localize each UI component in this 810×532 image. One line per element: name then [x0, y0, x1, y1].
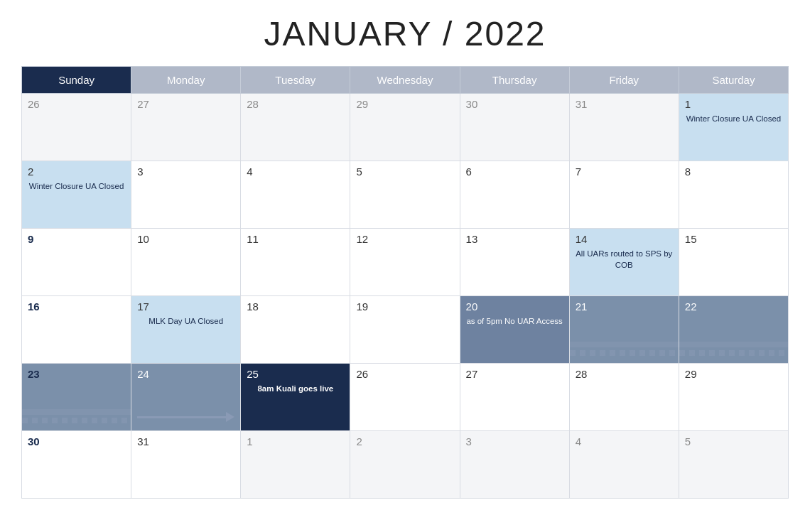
calendar-cell: 8 [679, 161, 788, 229]
event-text: as of 5pm No UAR Access [466, 315, 563, 327]
calendar-cell: 29 [679, 364, 788, 431]
day-number: 17 [137, 300, 234, 313]
calendar-cell: 26 [350, 364, 460, 431]
calendar-cell: 19 [350, 296, 460, 364]
calendar-cell: 1Winter Closure UA Closed [679, 94, 788, 161]
calendar-cell: 10 [131, 229, 241, 296]
calendar-cell: 29 [350, 94, 460, 161]
day-number: 16 [28, 300, 125, 313]
calendar-cell: 27 [131, 94, 241, 161]
day-number: 12 [356, 233, 453, 245]
day-number: 9 [28, 233, 125, 245]
day-number: 26 [28, 98, 125, 110]
calendar-cell: 31 [569, 94, 679, 161]
calendar-cell: 27 [460, 364, 569, 431]
header-sunday: Sunday [22, 67, 131, 94]
day-number: 3 [466, 435, 563, 447]
day-number: 13 [466, 233, 563, 245]
header-thursday: Thursday [460, 67, 569, 94]
calendar-cell: 1 [241, 431, 350, 499]
calendar-cell: 3 [131, 161, 241, 229]
day-number: 19 [356, 300, 453, 313]
day-number: 28 [576, 368, 673, 380]
day-number: 27 [466, 368, 563, 380]
calendar-cell: 16 [22, 296, 131, 364]
day-number: 1 [247, 435, 344, 447]
day-number: 18 [247, 300, 344, 313]
day-number: 15 [685, 233, 782, 245]
calendar-cell: 4 [569, 431, 679, 499]
event-text: All UARs routed to SPS by COB [576, 248, 673, 271]
day-number: 2 [356, 435, 453, 447]
calendar-cell: 24 [131, 364, 241, 431]
day-number: 20 [466, 300, 563, 313]
day-number: 10 [137, 233, 234, 245]
calendar-cell: 5 [679, 431, 788, 499]
day-number: 28 [247, 98, 344, 110]
day-number: 21 [576, 300, 673, 313]
day-number: 26 [356, 368, 453, 380]
header-friday: Friday [569, 67, 679, 94]
calendar-cell: 14All UARs routed to SPS by COB [569, 229, 679, 296]
day-number: 3 [137, 165, 234, 178]
day-number: 4 [576, 435, 673, 447]
day-number: 14 [576, 233, 673, 245]
calendar-grid: Sunday Monday Tuesday Wednesday Thursday… [21, 66, 789, 499]
calendar-cell: 258am Kuali goes live [241, 364, 350, 431]
calendar-cell: 5 [350, 161, 460, 229]
header-tuesday: Tuesday [241, 67, 350, 94]
day-number: 2 [28, 165, 125, 178]
day-number: 7 [576, 165, 673, 178]
day-number: 29 [685, 368, 782, 380]
day-number: 31 [137, 435, 234, 447]
calendar-cell: 21 [569, 296, 679, 364]
calendar-cell: 2 [350, 431, 460, 499]
calendar-cell: 2Winter Closure UA Closed [22, 161, 131, 229]
calendar-cell: 30 [460, 94, 569, 161]
calendar-cell: 20as of 5pm No UAR Access [460, 296, 569, 364]
calendar-cell: 12 [350, 229, 460, 296]
event-text: Winter Closure UA Closed [685, 113, 782, 124]
calendar-cell: 23 [22, 364, 131, 431]
calendar-cell: 30 [22, 431, 131, 499]
day-number: 31 [576, 98, 673, 110]
header-saturday: Saturday [679, 67, 788, 94]
calendar-title: JANUARY / 2022 [264, 14, 546, 53]
calendar-cell: 13 [460, 229, 569, 296]
calendar-cell: 18 [241, 296, 350, 364]
day-number: 1 [685, 98, 782, 110]
header-wednesday: Wednesday [350, 67, 460, 94]
day-number: 30 [28, 435, 125, 447]
day-number: 25 [247, 368, 344, 380]
calendar-cell: 31 [131, 431, 241, 499]
calendar-cell: 17MLK Day UA Closed [131, 296, 241, 364]
calendar-cell: 7 [569, 161, 679, 229]
calendar-cell: 4 [241, 161, 350, 229]
day-number: 5 [685, 435, 782, 447]
day-number: 29 [356, 98, 453, 110]
calendar-cell: 28 [569, 364, 679, 431]
day-number: 24 [137, 368, 234, 380]
calendar-cell: 9 [22, 229, 131, 296]
calendar-cell: 3 [460, 431, 569, 499]
day-number: 6 [466, 165, 563, 178]
calendar-cell: 22 [679, 296, 788, 364]
event-text: 8am Kuali goes live [247, 383, 344, 394]
day-number: 11 [247, 233, 344, 245]
calendar-cell: 15 [679, 229, 788, 296]
event-text: MLK Day UA Closed [137, 315, 234, 327]
header-monday: Monday [131, 67, 241, 94]
day-number: 4 [247, 165, 344, 178]
day-number: 27 [137, 98, 234, 110]
day-number: 8 [685, 165, 782, 178]
calendar-cell: 28 [241, 94, 350, 161]
day-number: 23 [28, 368, 125, 380]
day-number: 22 [685, 300, 782, 313]
event-text: Winter Closure UA Closed [28, 180, 125, 192]
calendar-cell: 6 [460, 161, 569, 229]
day-number: 5 [356, 165, 453, 178]
calendar-cell: 26 [22, 94, 131, 161]
calendar-cell: 11 [241, 229, 350, 296]
day-number: 30 [466, 98, 563, 110]
